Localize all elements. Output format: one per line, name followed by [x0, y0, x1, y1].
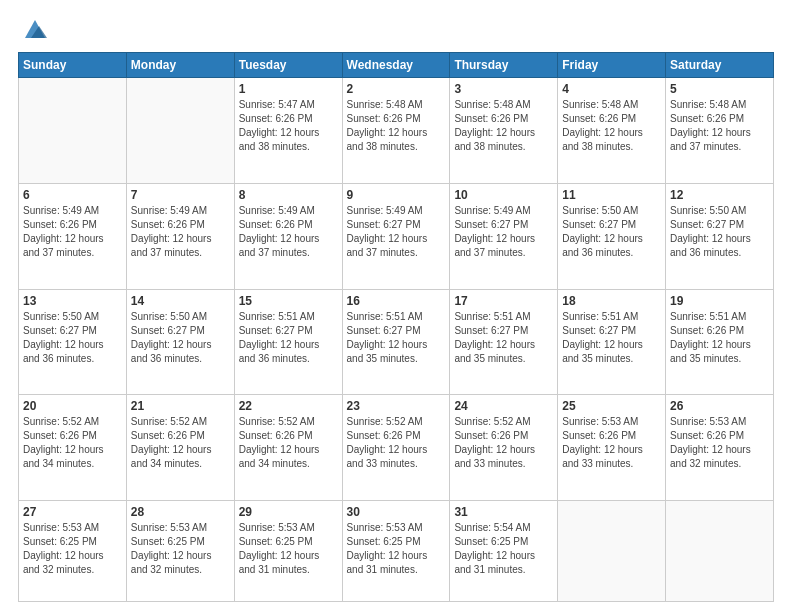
day-number: 14 — [131, 294, 230, 308]
calendar-table: SundayMondayTuesdayWednesdayThursdayFrid… — [18, 52, 774, 602]
day-number: 31 — [454, 505, 553, 519]
day-number: 9 — [347, 188, 446, 202]
day-info: Sunrise: 5:48 AMSunset: 6:26 PMDaylight:… — [670, 98, 769, 154]
day-number: 20 — [23, 399, 122, 413]
calendar-cell: 25Sunrise: 5:53 AMSunset: 6:26 PMDayligh… — [558, 395, 666, 501]
calendar-cell: 7Sunrise: 5:49 AMSunset: 6:26 PMDaylight… — [126, 183, 234, 289]
day-number: 15 — [239, 294, 338, 308]
calendar-cell: 31Sunrise: 5:54 AMSunset: 6:25 PMDayligh… — [450, 501, 558, 602]
day-number: 5 — [670, 82, 769, 96]
calendar-cell: 1Sunrise: 5:47 AMSunset: 6:26 PMDaylight… — [234, 78, 342, 184]
day-number: 12 — [670, 188, 769, 202]
calendar-cell: 24Sunrise: 5:52 AMSunset: 6:26 PMDayligh… — [450, 395, 558, 501]
day-number: 18 — [562, 294, 661, 308]
calendar-header-row: SundayMondayTuesdayWednesdayThursdayFrid… — [19, 53, 774, 78]
calendar-header-thursday: Thursday — [450, 53, 558, 78]
day-info: Sunrise: 5:52 AMSunset: 6:26 PMDaylight:… — [23, 415, 122, 471]
calendar-cell: 12Sunrise: 5:50 AMSunset: 6:27 PMDayligh… — [666, 183, 774, 289]
calendar-header-tuesday: Tuesday — [234, 53, 342, 78]
day-number: 17 — [454, 294, 553, 308]
day-info: Sunrise: 5:51 AMSunset: 6:26 PMDaylight:… — [670, 310, 769, 366]
day-number: 29 — [239, 505, 338, 519]
calendar-cell: 18Sunrise: 5:51 AMSunset: 6:27 PMDayligh… — [558, 289, 666, 395]
calendar-cell: 15Sunrise: 5:51 AMSunset: 6:27 PMDayligh… — [234, 289, 342, 395]
calendar-header-friday: Friday — [558, 53, 666, 78]
calendar-week-1: 1Sunrise: 5:47 AMSunset: 6:26 PMDaylight… — [19, 78, 774, 184]
day-info: Sunrise: 5:48 AMSunset: 6:26 PMDaylight:… — [454, 98, 553, 154]
calendar-cell: 30Sunrise: 5:53 AMSunset: 6:25 PMDayligh… — [342, 501, 450, 602]
day-info: Sunrise: 5:53 AMSunset: 6:26 PMDaylight:… — [670, 415, 769, 471]
day-info: Sunrise: 5:49 AMSunset: 6:27 PMDaylight:… — [347, 204, 446, 260]
day-number: 8 — [239, 188, 338, 202]
calendar-cell: 10Sunrise: 5:49 AMSunset: 6:27 PMDayligh… — [450, 183, 558, 289]
calendar-cell — [19, 78, 127, 184]
day-number: 23 — [347, 399, 446, 413]
day-info: Sunrise: 5:53 AMSunset: 6:26 PMDaylight:… — [562, 415, 661, 471]
day-number: 11 — [562, 188, 661, 202]
day-info: Sunrise: 5:49 AMSunset: 6:26 PMDaylight:… — [131, 204, 230, 260]
calendar-cell: 17Sunrise: 5:51 AMSunset: 6:27 PMDayligh… — [450, 289, 558, 395]
calendar-cell: 11Sunrise: 5:50 AMSunset: 6:27 PMDayligh… — [558, 183, 666, 289]
day-number: 28 — [131, 505, 230, 519]
day-number: 27 — [23, 505, 122, 519]
day-info: Sunrise: 5:49 AMSunset: 6:26 PMDaylight:… — [23, 204, 122, 260]
day-info: Sunrise: 5:47 AMSunset: 6:26 PMDaylight:… — [239, 98, 338, 154]
calendar-cell: 16Sunrise: 5:51 AMSunset: 6:27 PMDayligh… — [342, 289, 450, 395]
day-number: 21 — [131, 399, 230, 413]
calendar-week-4: 20Sunrise: 5:52 AMSunset: 6:26 PMDayligh… — [19, 395, 774, 501]
day-info: Sunrise: 5:49 AMSunset: 6:26 PMDaylight:… — [239, 204, 338, 260]
day-number: 16 — [347, 294, 446, 308]
calendar-cell: 22Sunrise: 5:52 AMSunset: 6:26 PMDayligh… — [234, 395, 342, 501]
calendar-cell: 28Sunrise: 5:53 AMSunset: 6:25 PMDayligh… — [126, 501, 234, 602]
calendar-cell: 26Sunrise: 5:53 AMSunset: 6:26 PMDayligh… — [666, 395, 774, 501]
day-info: Sunrise: 5:51 AMSunset: 6:27 PMDaylight:… — [454, 310, 553, 366]
calendar-cell: 19Sunrise: 5:51 AMSunset: 6:26 PMDayligh… — [666, 289, 774, 395]
calendar-cell: 14Sunrise: 5:50 AMSunset: 6:27 PMDayligh… — [126, 289, 234, 395]
day-info: Sunrise: 5:49 AMSunset: 6:27 PMDaylight:… — [454, 204, 553, 260]
day-number: 4 — [562, 82, 661, 96]
day-info: Sunrise: 5:50 AMSunset: 6:27 PMDaylight:… — [562, 204, 661, 260]
calendar-cell: 6Sunrise: 5:49 AMSunset: 6:26 PMDaylight… — [19, 183, 127, 289]
day-number: 10 — [454, 188, 553, 202]
day-info: Sunrise: 5:52 AMSunset: 6:26 PMDaylight:… — [239, 415, 338, 471]
calendar-cell: 29Sunrise: 5:53 AMSunset: 6:25 PMDayligh… — [234, 501, 342, 602]
calendar-cell: 9Sunrise: 5:49 AMSunset: 6:27 PMDaylight… — [342, 183, 450, 289]
calendar-header-wednesday: Wednesday — [342, 53, 450, 78]
day-info: Sunrise: 5:50 AMSunset: 6:27 PMDaylight:… — [131, 310, 230, 366]
day-info: Sunrise: 5:50 AMSunset: 6:27 PMDaylight:… — [23, 310, 122, 366]
logo — [18, 18, 49, 42]
day-number: 19 — [670, 294, 769, 308]
day-info: Sunrise: 5:52 AMSunset: 6:26 PMDaylight:… — [131, 415, 230, 471]
calendar-week-5: 27Sunrise: 5:53 AMSunset: 6:25 PMDayligh… — [19, 501, 774, 602]
day-info: Sunrise: 5:53 AMSunset: 6:25 PMDaylight:… — [239, 521, 338, 577]
calendar-cell — [666, 501, 774, 602]
day-number: 25 — [562, 399, 661, 413]
header — [18, 18, 774, 42]
day-number: 13 — [23, 294, 122, 308]
calendar-cell: 27Sunrise: 5:53 AMSunset: 6:25 PMDayligh… — [19, 501, 127, 602]
day-info: Sunrise: 5:51 AMSunset: 6:27 PMDaylight:… — [562, 310, 661, 366]
day-number: 2 — [347, 82, 446, 96]
day-info: Sunrise: 5:52 AMSunset: 6:26 PMDaylight:… — [347, 415, 446, 471]
calendar-header-monday: Monday — [126, 53, 234, 78]
day-info: Sunrise: 5:50 AMSunset: 6:27 PMDaylight:… — [670, 204, 769, 260]
day-info: Sunrise: 5:48 AMSunset: 6:26 PMDaylight:… — [562, 98, 661, 154]
day-info: Sunrise: 5:51 AMSunset: 6:27 PMDaylight:… — [347, 310, 446, 366]
calendar-header-sunday: Sunday — [19, 53, 127, 78]
day-info: Sunrise: 5:52 AMSunset: 6:26 PMDaylight:… — [454, 415, 553, 471]
day-number: 3 — [454, 82, 553, 96]
day-number: 6 — [23, 188, 122, 202]
calendar-week-2: 6Sunrise: 5:49 AMSunset: 6:26 PMDaylight… — [19, 183, 774, 289]
calendar-cell — [558, 501, 666, 602]
calendar-cell: 20Sunrise: 5:52 AMSunset: 6:26 PMDayligh… — [19, 395, 127, 501]
logo-icon — [21, 14, 49, 42]
calendar-cell: 23Sunrise: 5:52 AMSunset: 6:26 PMDayligh… — [342, 395, 450, 501]
calendar-cell: 8Sunrise: 5:49 AMSunset: 6:26 PMDaylight… — [234, 183, 342, 289]
day-number: 24 — [454, 399, 553, 413]
day-info: Sunrise: 5:54 AMSunset: 6:25 PMDaylight:… — [454, 521, 553, 577]
calendar-header-saturday: Saturday — [666, 53, 774, 78]
calendar-cell: 5Sunrise: 5:48 AMSunset: 6:26 PMDaylight… — [666, 78, 774, 184]
calendar-cell: 4Sunrise: 5:48 AMSunset: 6:26 PMDaylight… — [558, 78, 666, 184]
day-info: Sunrise: 5:53 AMSunset: 6:25 PMDaylight:… — [131, 521, 230, 577]
calendar-week-3: 13Sunrise: 5:50 AMSunset: 6:27 PMDayligh… — [19, 289, 774, 395]
